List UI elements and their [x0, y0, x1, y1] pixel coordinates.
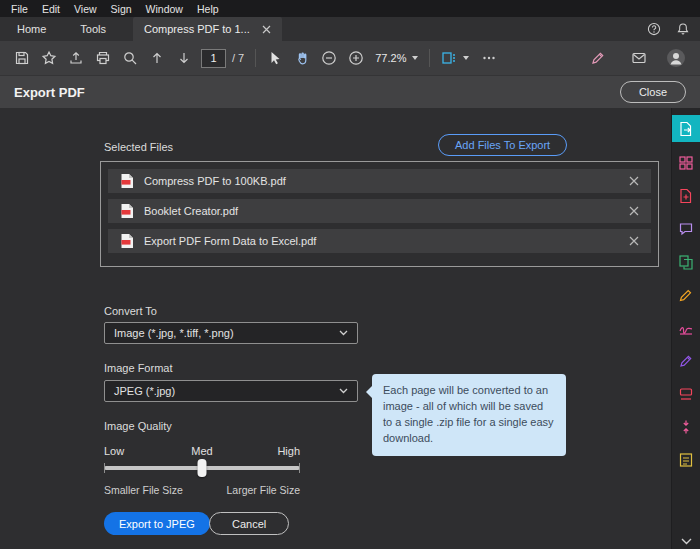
convert-to-value: Image (*.jpg, *.tiff, *.png): [114, 327, 234, 339]
organize-pages-tool[interactable]: [672, 151, 700, 175]
main-area: Selected Files Add Files To Export Compr…: [0, 108, 700, 549]
share-upload-button[interactable]: [62, 45, 89, 71]
add-files-to-export-button[interactable]: Add Files To Export: [438, 134, 567, 156]
menubar: File Edit View Sign Window Help: [0, 0, 700, 17]
combine-files-tool[interactable]: [672, 250, 700, 274]
selected-files-label: Selected Files: [104, 141, 173, 153]
tabbar-right-icons: [647, 17, 690, 41]
fill-sign-icon: [678, 353, 694, 369]
cancel-button[interactable]: Cancel: [209, 512, 289, 535]
star-favorites-button[interactable]: [35, 45, 62, 71]
quality-high-label: High: [277, 445, 300, 457]
file-row: Export PDF Form Data to Excel.pdf: [108, 229, 651, 253]
toolbar-right-group: [584, 45, 692, 71]
tabbar: Home Tools Compress PDF to 1...: [0, 17, 700, 41]
select-tool-button[interactable]: [261, 45, 288, 71]
prepare-form-icon: [678, 452, 694, 468]
tab-document[interactable]: Compress PDF to 1...: [133, 17, 282, 41]
save-button[interactable]: [8, 45, 35, 71]
pdf-file-icon: [120, 173, 134, 189]
slider-handle[interactable]: [198, 459, 207, 477]
menu-sign[interactable]: Sign: [104, 3, 139, 15]
comment-tool[interactable]: [672, 217, 700, 241]
page-title: Export PDF: [14, 85, 85, 100]
remove-file-icon[interactable]: [629, 206, 639, 216]
hand-tool-button[interactable]: [288, 45, 315, 71]
quality-low-label: Low: [104, 445, 124, 457]
page-number-input[interactable]: 1: [201, 49, 226, 68]
menu-edit[interactable]: Edit: [35, 3, 67, 15]
chevron-down-icon: [339, 330, 348, 336]
document-tab-label: Compress PDF to 1...: [144, 23, 250, 35]
image-quality-label: Image Quality: [104, 420, 172, 432]
next-page-button[interactable]: [170, 45, 197, 71]
close-button[interactable]: Close: [620, 81, 686, 103]
export-pdf-panel: Selected Files Add Files To Export Compr…: [0, 108, 671, 549]
chevron-down-icon: [339, 388, 348, 394]
menu-help[interactable]: Help: [190, 3, 226, 15]
toolbar-divider: [429, 49, 430, 67]
zoom-out-button[interactable]: [315, 45, 342, 71]
create-pdf-tool[interactable]: [672, 184, 700, 208]
user-avatar[interactable]: [666, 48, 686, 68]
remove-file-icon[interactable]: [629, 176, 639, 186]
convert-to-label: Convert To: [104, 305, 157, 317]
file-name: Compress PDF to 100KB.pdf: [144, 175, 286, 187]
larger-file-size-label: Larger File Size: [226, 484, 300, 496]
close-tab-icon[interactable]: [262, 25, 271, 34]
export-to-jpeg-button[interactable]: Export to JPEG: [104, 512, 210, 535]
more-tools-chevron-icon[interactable]: [672, 538, 700, 545]
print-button[interactable]: [89, 45, 116, 71]
help-icon[interactable]: [647, 22, 661, 36]
export-pdf-icon: [678, 121, 694, 137]
chevron-down-icon: [463, 56, 469, 60]
email-icon[interactable]: [625, 45, 652, 71]
redact-tool[interactable]: [672, 382, 700, 406]
request-signatures-tool[interactable]: [672, 316, 700, 340]
menu-window[interactable]: Window: [139, 3, 190, 15]
export-pdf-header: Export PDF Close: [0, 76, 700, 108]
prepare-form-tool[interactable]: [672, 448, 700, 472]
quality-med-label: Med: [191, 445, 212, 457]
image-format-select[interactable]: JPEG (*.jpg): [104, 380, 358, 402]
edit-pdf-tool[interactable]: [672, 283, 700, 307]
image-quality-slider[interactable]: [104, 466, 300, 470]
signature-icon: [678, 320, 694, 336]
tab-home[interactable]: Home: [0, 17, 63, 41]
export-pdf-tool[interactable]: [672, 115, 700, 142]
acrobat-window: File Edit View Sign Window Help Home Too…: [0, 0, 700, 549]
compress-pdf-tool[interactable]: [672, 415, 700, 439]
more-tools-button[interactable]: [475, 45, 502, 71]
image-format-label: Image Format: [104, 362, 172, 374]
slider-tick: [104, 463, 105, 473]
zoom-in-button[interactable]: [342, 45, 369, 71]
zoom-level-dropdown[interactable]: 77.2%: [369, 45, 424, 71]
file-name: Export PDF Form Data to Excel.pdf: [144, 235, 316, 247]
chevron-down-icon: [412, 56, 418, 60]
fill-sign-pen-icon[interactable]: [584, 45, 611, 71]
convert-to-select[interactable]: Image (*.jpg, *.tiff, *.png): [104, 322, 358, 344]
tools-sidebar: [671, 108, 700, 549]
remove-file-icon[interactable]: [629, 236, 639, 246]
tab-tools[interactable]: Tools: [63, 17, 123, 41]
toolbar: 1 / 7 77.2%: [0, 41, 700, 76]
image-format-value: JPEG (*.jpg): [114, 385, 175, 397]
menu-view[interactable]: View: [67, 3, 104, 15]
page-display-dropdown[interactable]: [435, 45, 475, 71]
tooltip-text: Each page will be converted to an image …: [383, 384, 554, 444]
previous-page-button[interactable]: [143, 45, 170, 71]
page-fit-icon: [441, 50, 457, 66]
fill-sign-tool[interactable]: [672, 349, 700, 373]
selected-files-list: Compress PDF to 100KB.pdf Booklet Creato…: [100, 161, 659, 267]
notifications-bell-icon[interactable]: [676, 22, 690, 36]
pdf-file-icon: [120, 233, 134, 249]
combine-files-icon: [678, 254, 694, 270]
menu-file[interactable]: File: [4, 3, 35, 15]
edit-pdf-icon: [678, 287, 694, 303]
search-icon[interactable]: [116, 45, 143, 71]
toolbar-divider: [255, 49, 256, 67]
file-row: Booklet Creator.pdf: [108, 199, 651, 223]
redact-icon: [678, 386, 694, 402]
zoom-level-value: 77.2%: [375, 52, 406, 64]
smaller-file-size-label: Smaller File Size: [104, 484, 183, 496]
